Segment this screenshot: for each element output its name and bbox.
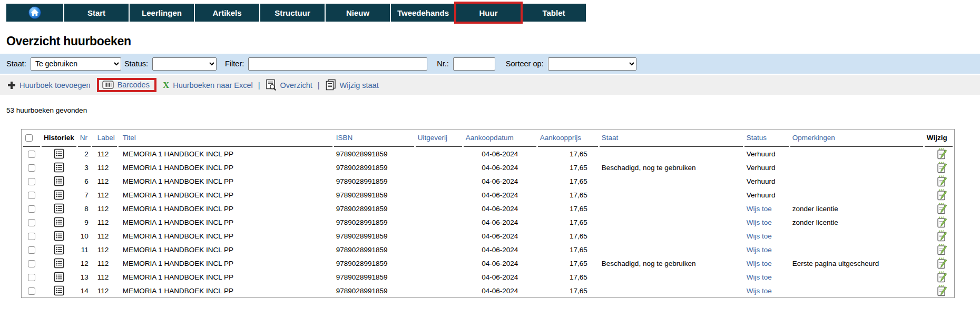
- barcodes-button[interactable]: Barcodes: [102, 81, 150, 89]
- result-count: 53 huurboeken gevonden: [6, 106, 980, 114]
- nav-tab-structuur[interactable]: Structuur: [260, 4, 325, 22]
- header-opmerkingen-sort[interactable]: Opmerkingen: [792, 134, 835, 142]
- cell-titel: MEMORIA 1 HANDBOEK INCL PP: [119, 270, 332, 284]
- historiek-icon[interactable]: [54, 203, 64, 214]
- overview-button[interactable]: Overzicht: [266, 79, 312, 91]
- cell-isbn: 9789028991859: [334, 147, 414, 161]
- row-checkbox[interactable]: [28, 287, 35, 295]
- row-checkbox[interactable]: [28, 260, 35, 267]
- toolbar-separator: |: [318, 81, 320, 90]
- add-huurboek-button[interactable]: Huurboek toevoegen: [7, 81, 91, 90]
- edit-icon[interactable]: [936, 216, 947, 228]
- header-aankoopdatum-sort[interactable]: Aankoopdatum: [466, 134, 514, 142]
- nav-tab-huur[interactable]: Huur: [456, 4, 521, 22]
- nav-tab-home[interactable]: [6, 4, 63, 22]
- edit-icon[interactable]: [936, 257, 947, 269]
- edit-icon[interactable]: [936, 203, 947, 214]
- header-nr-sort[interactable]: Nr: [80, 134, 87, 142]
- row-checkbox[interactable]: [28, 219, 35, 226]
- edit-icon[interactable]: [936, 148, 947, 160]
- cell-aankoopprijs: 17,65: [538, 188, 598, 202]
- status-wijs-toe-link[interactable]: Wijs toe: [747, 218, 772, 226]
- nav-tab-start[interactable]: Start: [64, 4, 129, 22]
- cell-aankoopdatum: 04-06-2024: [464, 215, 536, 229]
- header-status-sort[interactable]: Status: [747, 134, 767, 142]
- cell-aankoopprijs: 17,65: [538, 202, 598, 215]
- header-staat-sort[interactable]: Staat: [602, 134, 619, 142]
- historiek-icon[interactable]: [54, 231, 64, 241]
- edit-icon[interactable]: [936, 175, 947, 187]
- edit-icon[interactable]: [936, 230, 947, 242]
- nav-tab-artikels[interactable]: Artikels: [195, 4, 259, 22]
- nav-tab-label: Start: [87, 8, 105, 17]
- status-wijs-toe-link[interactable]: Wijs toe: [747, 260, 772, 267]
- status-select[interactable]: [152, 57, 217, 71]
- row-checkbox[interactable]: [28, 205, 35, 213]
- cell-label: 112: [92, 174, 117, 188]
- nr-input[interactable]: [453, 57, 495, 71]
- nav-tab-label: Leerlingen: [142, 8, 182, 17]
- row-checkbox[interactable]: [28, 178, 35, 185]
- header-titel-sort[interactable]: Titel: [123, 134, 136, 142]
- status-wijs-toe-link[interactable]: Wijs toe: [747, 205, 772, 213]
- sorteer-label: Sorteer op:: [506, 59, 544, 68]
- status-label: Status:: [124, 59, 148, 68]
- row-checkbox[interactable]: [28, 151, 35, 158]
- row-checkbox[interactable]: [28, 274, 35, 281]
- cell-uitgeverij: [416, 147, 462, 161]
- historiek-icon[interactable]: [54, 176, 64, 186]
- historiek-icon[interactable]: [54, 244, 64, 255]
- sorteer-select[interactable]: [548, 57, 636, 71]
- cell-aankoopdatum: 04-06-2024: [464, 161, 536, 174]
- edit-icon[interactable]: [936, 162, 947, 173]
- nav-tab-label: Nieuw: [346, 8, 369, 17]
- cell-opmerkingen: [790, 161, 923, 174]
- edit-icon[interactable]: [936, 271, 947, 283]
- cell-titel: MEMORIA 1 HANDBOEK INCL PP: [119, 202, 332, 215]
- row-checkbox[interactable]: [28, 192, 35, 199]
- status-wijs-toe-link[interactable]: Wijs toe: [747, 246, 772, 254]
- status-wijs-toe-link[interactable]: Wijs toe: [747, 287, 772, 295]
- table-row: 14112MEMORIA 1 HANDBOEK INCL PP978902899…: [23, 284, 953, 297]
- filter-input[interactable]: [248, 57, 427, 71]
- cell-aankoopdatum: 04-06-2024: [464, 284, 536, 297]
- row-checkbox[interactable]: [28, 233, 35, 240]
- historiek-icon[interactable]: [54, 190, 64, 200]
- historiek-icon[interactable]: [54, 272, 64, 282]
- header-aankoopprijs-sort[interactable]: Aankoopprijs: [540, 134, 581, 142]
- status-text: Verhuurd: [747, 177, 776, 185]
- historiek-icon[interactable]: [54, 148, 64, 159]
- nav-tab-tablet[interactable]: Tablet: [522, 4, 586, 22]
- row-checkbox[interactable]: [28, 246, 35, 254]
- historiek-icon[interactable]: [54, 285, 64, 296]
- nav-tab-leerlingen[interactable]: Leerlingen: [130, 4, 194, 22]
- overview-label: Overzicht: [280, 81, 312, 90]
- cell-staat: Beschadigd, nog te gebruiken: [600, 256, 743, 270]
- row-checkbox[interactable]: [28, 164, 35, 172]
- cell-nr: 7: [78, 188, 91, 202]
- cell-uitgeverij: [416, 229, 462, 243]
- nav-tab-tweedehands[interactable]: Tweedehands: [391, 4, 455, 22]
- cell-titel: MEMORIA 1 HANDBOEK INCL PP: [119, 229, 332, 243]
- export-excel-button[interactable]: X Huurboeken naar Excel: [163, 80, 253, 91]
- status-wijs-toe-link[interactable]: Wijs toe: [747, 232, 772, 240]
- cell-opmerkingen: zonder licentie: [790, 215, 923, 229]
- nav-tab-nieuw[interactable]: Nieuw: [326, 4, 390, 22]
- header-uitgeverij-sort[interactable]: Uitgeverij: [418, 134, 447, 142]
- cell-opmerkingen: zonder licentie: [790, 202, 923, 215]
- change-state-button[interactable]: Wijzig staat: [325, 79, 379, 91]
- header-label-sort[interactable]: Label: [97, 134, 115, 142]
- edit-icon[interactable]: [936, 285, 947, 296]
- staat-select[interactable]: Te gebruiken: [31, 57, 121, 71]
- cell-opmerkingen: Eerste pagina uitgescheurd: [790, 256, 923, 270]
- header-isbn-sort[interactable]: ISBN: [336, 134, 353, 142]
- historiek-icon[interactable]: [54, 162, 64, 173]
- edit-icon[interactable]: [936, 189, 947, 201]
- historiek-icon[interactable]: [54, 217, 64, 227]
- select-all-checkbox[interactable]: [25, 134, 33, 142]
- historiek-icon[interactable]: [54, 258, 64, 269]
- edit-icon[interactable]: [936, 244, 947, 255]
- status-wijs-toe-link[interactable]: Wijs toe: [747, 273, 772, 281]
- cell-nr: 9: [78, 215, 91, 229]
- cell-aankoopdatum: 04-06-2024: [464, 188, 536, 202]
